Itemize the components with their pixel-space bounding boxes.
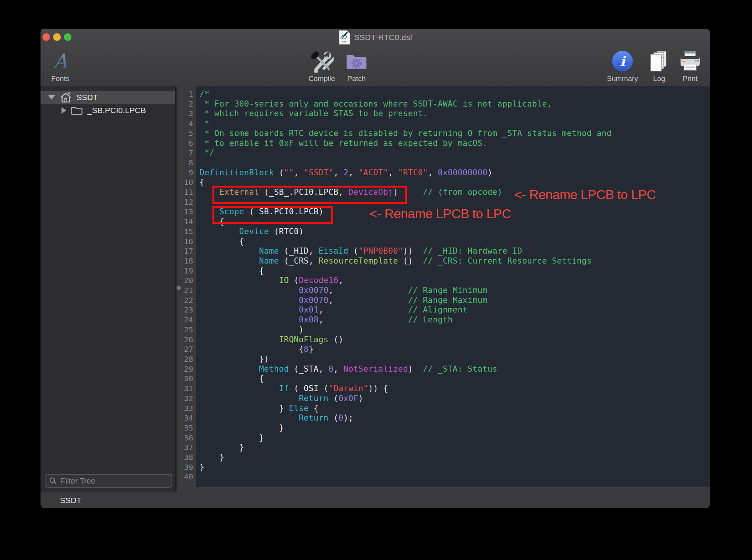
status-bar: SSDT <box>41 492 710 508</box>
code-text: * <box>193 119 209 129</box>
line-number: 21 <box>177 286 193 296</box>
toolbar-item-patch[interactable]: Patch <box>334 50 379 83</box>
code-text: Name (_CRS, ResourceTemplate () // _CRS:… <box>193 256 592 266</box>
code-text: IRQNoFlags () <box>193 335 344 345</box>
folder-icon <box>71 106 83 115</box>
close-button[interactable] <box>42 33 50 41</box>
code-text: } <box>193 463 204 473</box>
line-number: 35 <box>177 423 193 433</box>
line-number: 18 <box>177 256 193 266</box>
line-number: 24 <box>177 315 193 325</box>
line-number: 27 <box>177 345 193 354</box>
code-text: DefinitionBlock ("", "SSDT", 2, "ACDT", … <box>193 168 493 178</box>
code-line: 27 {8} <box>177 345 710 354</box>
disclosure-right-icon[interactable] <box>62 107 66 114</box>
code-text: { <box>193 266 264 276</box>
line-number: 34 <box>177 413 193 423</box>
code-line: 18 Name (_CRS, ResourceTemplate () // _C… <box>177 256 710 266</box>
line-number: 13 <box>177 207 193 217</box>
code-text: /* <box>193 89 209 99</box>
code-text: } <box>193 423 284 433</box>
code-line: 21 0x0070, // Range Minimum <box>177 286 710 296</box>
code-editor[interactable]: 1/*2 * For 300-series only and occasions… <box>177 86 710 492</box>
code-line: 22 0x0070, // Range Maximum <box>177 296 710 306</box>
code-line: 8 <box>177 158 710 168</box>
code-line: 17 Name (_HID, EisaId ("PNP0B00")) // _H… <box>177 246 710 256</box>
code-lines[interactable]: 1/*2 * For 300-series only and occasions… <box>177 89 710 482</box>
toolbar-label: Log <box>653 75 665 83</box>
line-number: 9 <box>177 168 193 178</box>
toolbar-label: Compile <box>308 75 335 83</box>
tree-item-sb-pci0-lpcb[interactable]: _SB.PCI0.LPCB <box>41 104 175 117</box>
toolbar-item-fonts[interactable]: A Fonts <box>41 50 83 83</box>
line-number: 36 <box>177 433 193 443</box>
line-number: 2 <box>177 99 193 109</box>
line-number: 20 <box>177 276 193 286</box>
code-text: { <box>193 178 204 188</box>
home-icon <box>60 92 72 103</box>
content-area: SSDT _SB.PCI0.LPCB <box>41 86 710 492</box>
code-text: * For 300-series only and occasions wher… <box>193 99 552 109</box>
code-text: IO (Decode16, <box>193 276 344 286</box>
fonts-icon: A <box>53 50 67 73</box>
code-text: 0x01, // Alignment <box>193 305 468 315</box>
code-text: { <box>193 374 264 384</box>
line-number: 39 <box>177 463 193 473</box>
annotation-box-scope <box>212 206 333 224</box>
code-line: 16 { <box>177 237 710 247</box>
code-text: * to enable it 0xF will be returned as e… <box>193 139 488 149</box>
line-number: 12 <box>177 197 193 207</box>
minimize-button[interactable] <box>53 33 61 41</box>
filter-tree-field[interactable] <box>45 474 172 488</box>
code-text: Return (0); <box>193 413 353 423</box>
code-text: ) <box>193 325 304 335</box>
code-line: 4 * <box>177 119 710 129</box>
log-pages-icon <box>648 50 670 73</box>
code-line: 35 } <box>177 423 710 433</box>
code-text: 0x0070, // Range Minimum <box>193 286 488 296</box>
code-line: 39} <box>177 463 710 473</box>
print-icon <box>679 50 701 73</box>
code-line: 34 Return (0); <box>177 413 710 423</box>
desktop: DSL SSDT-RTC0.dsl A Fonts <box>0 0 752 560</box>
toolbar-item-print[interactable]: Print <box>667 50 710 83</box>
disclosure-down-icon[interactable] <box>48 95 55 100</box>
line-number: 19 <box>177 266 193 276</box>
line-number: 40 <box>177 472 193 482</box>
code-line: 36 } <box>177 433 710 443</box>
code-line: 38 } <box>177 453 710 463</box>
code-text: Method (_STA, 0, NotSerialized) // _STA:… <box>193 364 498 374</box>
code-line: 3 * which requires variable STAS to be p… <box>177 109 710 119</box>
window-title-group: DSL SSDT-RTC0.dsl <box>339 32 412 43</box>
line-number: 8 <box>177 158 193 168</box>
svg-text:DSL: DSL <box>342 41 347 44</box>
code-text: 0x08, // Length <box>193 315 453 325</box>
code-line: 31 If (_OSI ("Darwin")) { <box>177 384 710 394</box>
annotation-rename-external: <- Rename LPCB to LPC <box>514 187 656 202</box>
code-line: 1/* <box>177 89 710 99</box>
code-text <box>193 472 204 482</box>
code-text: {8} <box>193 345 314 354</box>
zoom-button[interactable] <box>64 33 71 41</box>
code-line: 2 * For 300-series only and occasions wh… <box>177 99 710 109</box>
code-line: 40 <box>177 472 710 482</box>
filter-tree-input[interactable] <box>60 476 172 486</box>
code-text <box>193 197 204 207</box>
line-number: 3 <box>177 109 193 119</box>
sidebar-separator <box>41 471 175 471</box>
line-number: 15 <box>177 227 193 237</box>
line-number: 1 <box>177 89 193 99</box>
line-number: 4 <box>177 119 193 129</box>
line-number: 11 <box>177 188 193 197</box>
code-text: Name (_HID, EisaId ("PNP0B00")) // _HID:… <box>193 246 522 256</box>
tree-item-label: SSDT <box>76 93 98 102</box>
code-line: 29 Method (_STA, 0, NotSerialized) // _S… <box>177 364 710 374</box>
code-line: 25 ) <box>177 325 710 335</box>
search-icon <box>49 477 57 485</box>
tree-item-ssdt[interactable]: SSDT <box>41 91 175 104</box>
toolbar-label: Summary <box>607 75 638 83</box>
line-number: 10 <box>177 178 193 188</box>
line-number: 6 <box>177 139 193 149</box>
code-text: 0x0070, // Range Maximum <box>193 296 488 306</box>
line-number: 37 <box>177 443 193 453</box>
